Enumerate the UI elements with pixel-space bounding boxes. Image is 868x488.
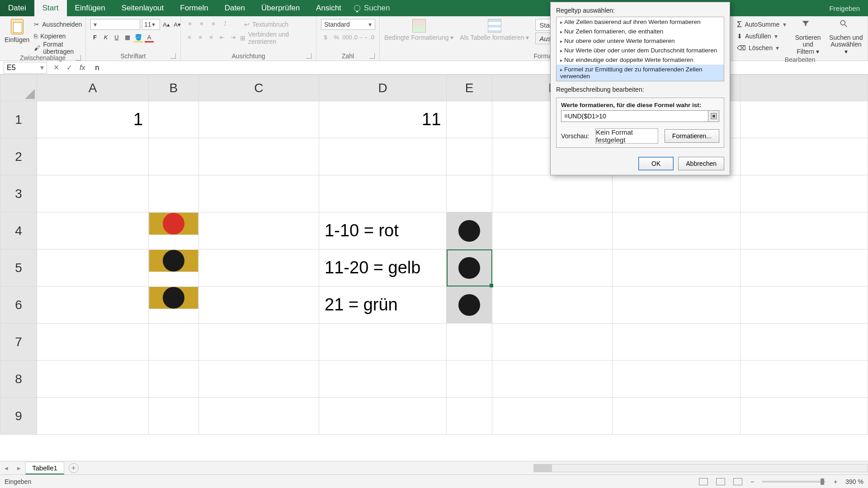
cell-H6[interactable] — [740, 286, 868, 324]
tab-insert[interactable]: Einfügen — [67, 0, 113, 16]
cell-E2[interactable] — [447, 138, 492, 175]
cell-H5[interactable] — [740, 249, 868, 286]
cell-B7[interactable] — [149, 324, 199, 361]
rule-type-item[interactable]: Nur Zellen formatieren, die enthalten — [557, 27, 724, 36]
decrease-decimal-button[interactable]: ←.0 — [364, 33, 373, 42]
col-header-E[interactable]: E — [447, 75, 492, 101]
tab-file[interactable]: Datei — [0, 0, 34, 16]
select-all-corner[interactable] — [0, 75, 37, 101]
dialog-launcher-icon[interactable] — [369, 53, 375, 59]
dialog-launcher-icon[interactable] — [170, 53, 176, 59]
view-page-layout-button[interactable] — [716, 478, 725, 485]
tab-pagelayout[interactable]: Seitenlayout — [113, 0, 172, 16]
italic-button[interactable]: K — [101, 33, 110, 42]
cell-H8[interactable] — [740, 361, 868, 398]
cell-D1[interactable]: 11 — [319, 101, 447, 138]
copy-button[interactable]: ⎘ Kopieren — [34, 31, 82, 42]
sheet-tab-active[interactable]: Tabelle1 — [25, 462, 64, 474]
format-button[interactable]: Formatieren... — [665, 129, 719, 143]
percent-format-button[interactable]: % — [332, 33, 341, 42]
cell-B2[interactable] — [149, 138, 199, 175]
align-bottom-button[interactable]: ≡ — [209, 19, 218, 28]
increase-indent-button[interactable]: ⇥ — [229, 33, 237, 42]
row-header-9[interactable]: 9 — [0, 398, 37, 435]
cell-C9[interactable] — [198, 398, 319, 435]
cell-A9[interactable] — [37, 398, 149, 435]
view-normal-button[interactable] — [699, 478, 708, 485]
align-left-button[interactable]: ≡ — [185, 33, 193, 42]
find-select-button[interactable]: Suchen und Auswählen ▾ — [829, 19, 863, 55]
cell-C7[interactable] — [198, 324, 319, 361]
rule-type-item[interactable]: Nur eindeutige oder doppelte Werte forma… — [557, 55, 724, 65]
horizontal-scrollbar[interactable] — [533, 464, 868, 472]
tab-data[interactable]: Daten — [217, 0, 253, 16]
view-page-break-button[interactable] — [733, 478, 742, 485]
rule-type-item[interactable]: Nur Werte über oder unter dem Durchschni… — [557, 46, 724, 55]
tell-me-search[interactable]: Suchen — [354, 0, 390, 16]
row-header-5[interactable]: 5 — [0, 249, 37, 286]
rule-type-item[interactable]: Nur obere oder untere Werte formatieren — [557, 36, 724, 46]
ok-button[interactable]: OK — [638, 157, 674, 170]
clear-button[interactable]: ⌫ Löschen▾ — [737, 42, 787, 53]
merge-center-button[interactable]: ⊞ Verbinden und zentrieren — [240, 33, 311, 43]
wrap-text-button[interactable]: ↩ Textumbruch — [244, 19, 288, 30]
cell-A3[interactable] — [37, 175, 149, 212]
cell-B6[interactable] — [149, 286, 198, 309]
cell-C5[interactable] — [198, 249, 319, 286]
cell-G4[interactable] — [613, 212, 740, 249]
cell-A8[interactable] — [37, 361, 149, 398]
cell-C3[interactable] — [198, 175, 319, 212]
tab-formulas[interactable]: Formeln — [172, 0, 216, 16]
cell-A7[interactable] — [37, 324, 149, 361]
conditional-formatting-button[interactable]: Bedingte Formatierung ▾ — [384, 19, 453, 41]
formula-input[interactable] — [561, 110, 708, 122]
border-button[interactable]: ▦ — [123, 33, 132, 42]
dialog-launcher-icon[interactable] — [75, 55, 81, 61]
row-header-1[interactable]: 1 — [0, 101, 37, 138]
fill-color-button[interactable]: 🪣 — [134, 33, 143, 42]
bold-button[interactable]: F — [90, 33, 99, 42]
cell-E7[interactable] — [447, 324, 492, 361]
cell-D3[interactable] — [319, 175, 447, 212]
col-header-A[interactable]: A — [37, 75, 149, 101]
cell-A5[interactable] — [37, 249, 149, 286]
cell-E5[interactable] — [447, 249, 492, 286]
cell-G6[interactable] — [613, 286, 740, 324]
col-header-H[interactable] — [740, 75, 868, 101]
zoom-in-button[interactable]: + — [834, 478, 837, 485]
cell-F8[interactable] — [492, 361, 613, 398]
cell-F3[interactable] — [492, 175, 613, 212]
cell-C6[interactable] — [198, 286, 319, 324]
cell-G9[interactable] — [613, 398, 740, 435]
cell-E6[interactable] — [447, 286, 492, 324]
increase-decimal-button[interactable]: .0→ — [354, 33, 363, 42]
cell-F4[interactable] — [492, 212, 613, 249]
cancel-button[interactable]: Abbrechen — [678, 157, 724, 170]
cell-A6[interactable] — [37, 286, 149, 324]
worksheet-grid[interactable]: A B C D E F G 1 1 11 2 3 4 — [0, 75, 868, 461]
increase-font-button[interactable]: A▴ — [162, 20, 171, 29]
cell-D9[interactable] — [319, 398, 447, 435]
font-size-select[interactable]: 11 ▾ — [142, 19, 160, 30]
rule-type-item[interactable]: Alle Zellen basierend auf ihren Werten f… — [557, 17, 724, 27]
name-box[interactable]: E5 ▾ — [4, 62, 47, 74]
row-header-3[interactable]: 3 — [0, 175, 37, 212]
range-selector-button[interactable] — [708, 110, 719, 122]
cell-B8[interactable] — [149, 361, 199, 398]
cell-A1[interactable]: 1 — [37, 101, 149, 138]
cell-E1[interactable] — [447, 101, 492, 138]
autosum-button[interactable]: Σ AutoSumme▾ — [737, 19, 787, 30]
cell-B5[interactable] — [149, 249, 198, 272]
zoom-slider-knob[interactable] — [821, 479, 824, 485]
row-header-4[interactable]: 4 — [0, 212, 37, 249]
zoom-slider[interactable] — [762, 481, 826, 483]
cell-B9[interactable] — [149, 398, 199, 435]
sheet-nav-prev[interactable]: ◂ — [0, 464, 13, 472]
cell-D5[interactable]: 11-20 = gelb — [319, 249, 447, 286]
format-as-table-button[interactable]: Als Tabelle formatieren ▾ — [460, 19, 529, 41]
cell-A2[interactable] — [37, 138, 149, 175]
cell-H9[interactable] — [740, 398, 868, 435]
cell-G5[interactable] — [613, 249, 740, 286]
decrease-indent-button[interactable]: ⇤ — [218, 33, 226, 42]
underline-button[interactable]: U — [112, 33, 121, 42]
